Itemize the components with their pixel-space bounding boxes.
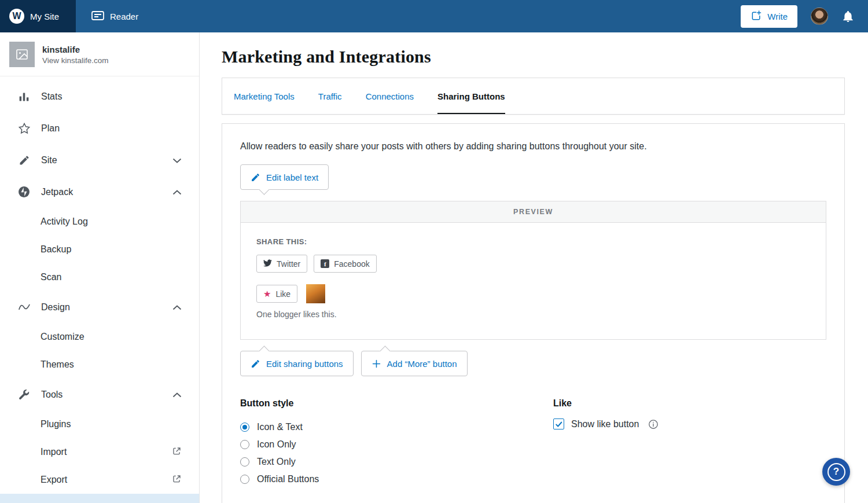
sidebar-item-label: Tools bbox=[41, 390, 162, 400]
sidebar-item-label: Stats bbox=[41, 91, 182, 102]
help-button[interactable]: ? bbox=[822, 458, 850, 486]
twitter-icon bbox=[263, 259, 272, 269]
facebook-label: Facebook bbox=[334, 259, 369, 269]
sidebar-item-tools[interactable]: Tools bbox=[0, 379, 199, 410]
radio-label: Icon Only bbox=[257, 439, 296, 450]
main-content: Marketing and Integrations Marketing Too… bbox=[200, 32, 868, 503]
my-site-button[interactable]: W My Site bbox=[0, 0, 76, 32]
sidebar-item-label: Plugins bbox=[41, 419, 182, 429]
profile-avatar[interactable] bbox=[811, 8, 828, 25]
sidebar-menu: Stats Plan Site Jetpack Activity Log Bac… bbox=[0, 76, 199, 503]
sidebar-item-jetpack[interactable]: Jetpack bbox=[0, 176, 199, 208]
pencil-icon bbox=[251, 172, 260, 182]
liker-avatar[interactable] bbox=[306, 284, 325, 303]
facebook-share-button[interactable]: f Facebook bbox=[314, 255, 376, 273]
sidebar-item-label: Jetpack bbox=[41, 187, 162, 197]
sidebar-item-selected-partial[interactable] bbox=[0, 494, 199, 503]
section-tabs: Marketing Tools Traffic Connections Shar… bbox=[222, 78, 845, 115]
tab-marketing-tools[interactable]: Marketing Tools bbox=[234, 78, 295, 114]
show-like-checkbox[interactable] bbox=[553, 418, 564, 429]
preview-body: SHARE THIS: Twitter f Facebook ★ Like bbox=[241, 223, 826, 339]
radio-control[interactable] bbox=[240, 457, 249, 467]
sidebar-item-label: Import bbox=[41, 447, 161, 457]
chevron-up-icon bbox=[172, 390, 182, 400]
radio-label: Icon & Text bbox=[257, 422, 303, 432]
edit-label-text-button[interactable]: Edit label text bbox=[240, 164, 329, 190]
twitter-share-button[interactable]: Twitter bbox=[256, 255, 307, 273]
site-card-text: kinstalife View kinstalife.com bbox=[42, 45, 109, 65]
sidebar-item-site[interactable]: Site bbox=[0, 144, 199, 176]
share-buttons-row: Twitter f Facebook bbox=[256, 255, 810, 273]
notifications-bell-icon[interactable] bbox=[841, 10, 855, 23]
radio-control[interactable] bbox=[240, 423, 249, 432]
sidebar-item-plugins[interactable]: Plugins bbox=[0, 410, 199, 438]
external-link-icon bbox=[172, 474, 182, 486]
write-button[interactable]: Write bbox=[741, 5, 797, 28]
sidebar-item-scan[interactable]: Scan bbox=[0, 263, 199, 291]
my-site-label: My Site bbox=[30, 12, 59, 21]
site-image-icon bbox=[9, 42, 35, 67]
pencil-icon bbox=[251, 359, 260, 369]
reader-icon bbox=[91, 10, 105, 23]
masterbar: W My Site Reader Write bbox=[0, 0, 868, 32]
radio-control[interactable] bbox=[240, 440, 249, 449]
masterbar-right: Write bbox=[741, 0, 868, 32]
sidebar-item-label: Export bbox=[41, 475, 161, 485]
sidebar-item-design[interactable]: Design bbox=[0, 291, 199, 323]
radio-label: Official Buttons bbox=[257, 474, 319, 484]
sidebar-item-label: Plan bbox=[41, 123, 182, 134]
sidebar-item-label: Customize bbox=[41, 332, 182, 342]
wordpress-logo-icon: W bbox=[9, 9, 24, 24]
sidebar-item-activity-log[interactable]: Activity Log bbox=[0, 208, 199, 236]
site-card[interactable]: kinstalife View kinstalife.com bbox=[0, 32, 199, 76]
like-label: Like bbox=[275, 289, 290, 299]
sidebar-item-customize[interactable]: Customize bbox=[0, 323, 199, 351]
radio-label: Text Only bbox=[257, 457, 296, 467]
sidebar-item-backup[interactable]: Backup bbox=[0, 236, 199, 263]
wrench-icon bbox=[17, 388, 31, 401]
show-like-button-row[interactable]: Show like button bbox=[553, 418, 659, 429]
radio-option-icon-only[interactable]: Icon Only bbox=[240, 436, 553, 453]
sidebar-item-stats[interactable]: Stats bbox=[0, 80, 199, 112]
stats-icon bbox=[17, 90, 31, 102]
preview-actions-row: Edit sharing buttons Add “More” button bbox=[240, 351, 826, 376]
sharing-buttons-panel: Allow readers to easily share your posts… bbox=[222, 123, 845, 503]
external-link-icon bbox=[172, 446, 182, 458]
pencil-icon bbox=[17, 155, 31, 166]
like-star-icon: ★ bbox=[263, 289, 271, 298]
radio-option-text-only[interactable]: Text Only bbox=[240, 453, 553, 471]
info-icon[interactable] bbox=[648, 419, 659, 429]
radio-option-icon-and-text[interactable]: Icon & Text bbox=[240, 418, 553, 436]
chevron-down-icon bbox=[172, 155, 182, 166]
sidebar-item-export[interactable]: Export bbox=[0, 466, 199, 494]
sharing-preview: PREVIEW SHARE THIS: Twitter f Facebook ★ bbox=[240, 201, 826, 340]
like-heading: Like bbox=[553, 398, 659, 409]
view-site-link[interactable]: View kinstalife.com bbox=[42, 56, 109, 65]
reader-button[interactable]: Reader bbox=[78, 0, 151, 32]
like-button[interactable]: ★ Like bbox=[256, 285, 297, 303]
jetpack-icon bbox=[17, 186, 31, 198]
sidebar-item-import[interactable]: Import bbox=[0, 438, 199, 466]
sidebar-item-label: Activity Log bbox=[41, 216, 182, 227]
share-this-label: SHARE THIS: bbox=[256, 237, 810, 246]
tab-traffic[interactable]: Traffic bbox=[318, 78, 342, 114]
tab-sharing-buttons[interactable]: Sharing Buttons bbox=[437, 78, 505, 114]
site-name: kinstalife bbox=[42, 45, 109, 54]
radio-control[interactable] bbox=[240, 475, 249, 484]
sidebar-item-plan[interactable]: Plan bbox=[0, 112, 199, 144]
sidebar: kinstalife View kinstalife.com Stats Pla… bbox=[0, 32, 200, 503]
sidebar-item-label: Scan bbox=[41, 272, 182, 282]
page-title: Marketing and Integrations bbox=[222, 47, 845, 67]
chevron-up-icon bbox=[172, 187, 182, 197]
button-style-heading: Button style bbox=[240, 398, 553, 409]
squiggle-icon bbox=[17, 303, 31, 311]
preview-header: PREVIEW bbox=[241, 201, 826, 223]
star-icon bbox=[17, 122, 31, 135]
tab-connections[interactable]: Connections bbox=[366, 78, 414, 114]
radio-option-official-buttons[interactable]: Official Buttons bbox=[240, 471, 553, 488]
edit-sharing-buttons-button[interactable]: Edit sharing buttons bbox=[240, 351, 354, 376]
add-more-button[interactable]: Add “More” button bbox=[361, 351, 468, 376]
plus-icon bbox=[372, 359, 381, 369]
sidebar-item-themes[interactable]: Themes bbox=[0, 351, 199, 379]
chevron-up-icon bbox=[172, 302, 182, 313]
